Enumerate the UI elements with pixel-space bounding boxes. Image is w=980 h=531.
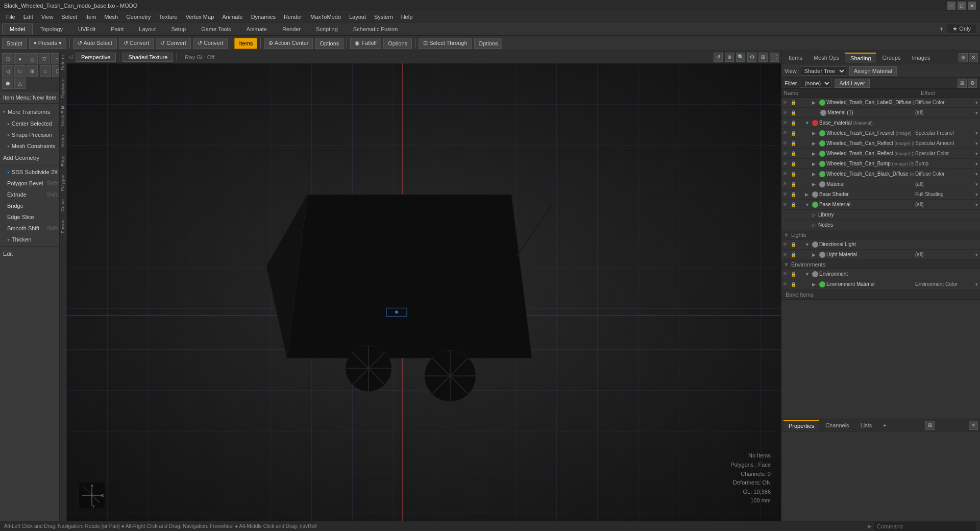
menu-system[interactable]: System: [370, 13, 397, 21]
eye-icon-8[interactable]: 👁: [782, 171, 791, 177]
shader-row-6[interactable]: 👁 🔒 ▶ Wheeled_Trash_Can_Reflect (Image) …: [781, 149, 980, 159]
menu-texture[interactable]: Texture: [155, 13, 182, 21]
menu-view[interactable]: View: [37, 13, 58, 21]
shader-row-11[interactable]: 👁 🔒 ▼ Base Material (all) ▾: [781, 200, 980, 210]
maximize-button[interactable]: □: [958, 2, 966, 10]
options-button-2[interactable]: Options: [383, 38, 412, 49]
vtab-fusion[interactable]: Fusion: [60, 215, 66, 237]
bp-tab-lists[interactable]: Lists: [855, 421, 877, 430]
filter-options-icon[interactable]: ⚙: [968, 79, 977, 88]
lock-icon-7[interactable]: 🔒: [791, 161, 798, 166]
menu-edit[interactable]: Edit: [19, 13, 37, 21]
vp-reset-icon[interactable]: ↺: [714, 53, 723, 62]
sidebar-icon-move[interactable]: ●: [14, 53, 26, 64]
tab-schematic[interactable]: Schematic Fusion: [346, 23, 405, 35]
tab-layout[interactable]: Layout: [131, 23, 163, 35]
menu-select[interactable]: Select: [57, 13, 81, 21]
shader-row-dir-light[interactable]: 👁 🔒 ▼ Directional Light: [781, 239, 980, 250]
shader-row-7[interactable]: 👁 🔒 ▶ Wheeled_Trash_Can_Bump (Image) (3)…: [781, 159, 980, 169]
vtab-edge[interactable]: Edge: [60, 152, 66, 171]
sidebar-icon-select[interactable]: ⬡: [2, 53, 13, 64]
eye-icon-em[interactable]: 👁: [782, 281, 791, 287]
command-input[interactable]: [874, 522, 976, 531]
eye-icon-7[interactable]: 👁: [782, 161, 791, 166]
vtab-curve[interactable]: Curve: [60, 195, 66, 215]
expand-icon-7[interactable]: ▶: [812, 161, 818, 166]
sds-subdivide-btn[interactable]: ● SDS Subdivide 2X: [0, 166, 66, 178]
expand-icon-5[interactable]: ▶: [812, 141, 818, 146]
action-center-button[interactable]: ⊕ Action Center: [264, 38, 313, 49]
assign-material-button[interactable]: Assign Material: [849, 66, 897, 76]
options-button-1[interactable]: Options: [315, 38, 344, 49]
tab-perspective[interactable]: Perspective: [76, 53, 116, 62]
expand-icon-11[interactable]: ▼: [805, 202, 811, 207]
only-button[interactable]: ★ Only: [947, 25, 976, 33]
expand-env[interactable]: ▼: [805, 272, 811, 277]
bake-items-row[interactable]: Bake Items: [781, 289, 980, 300]
vtab-duplicate[interactable]: Duplicate: [60, 75, 66, 102]
menu-mesh[interactable]: Mesh: [100, 13, 122, 21]
shader-row-1[interactable]: 👁 🔒 ▶ Wheeled_Trash_Can_Label2_Diffuse (…: [781, 98, 980, 108]
menu-render[interactable]: Render: [280, 13, 306, 21]
lock-icon-10[interactable]: 🔒: [791, 192, 798, 197]
vtab-polygon[interactable]: Polygon: [60, 171, 66, 196]
filter-select[interactable]: (none): [800, 79, 831, 88]
lock-icon-1[interactable]: 🔒: [791, 100, 798, 105]
menu-vertexmap[interactable]: Vertex Map: [182, 13, 218, 21]
vp-zoom-icon[interactable]: 🔍: [736, 53, 745, 62]
edge-slice-btn[interactable]: Edge Slice: [0, 211, 66, 223]
vp-settings-icon[interactable]: ⚙: [747, 53, 756, 62]
bp-expand-btn[interactable]: ⊞: [925, 421, 935, 430]
tab-model[interactable]: Model: [2, 23, 33, 35]
rp-tab-mesh-ops[interactable]: Mesh Ops: [808, 53, 844, 62]
add-tab-button[interactable]: +: [936, 25, 947, 34]
polygon-bevel-btn[interactable]: Polygon Bevel Shift·B: [0, 178, 66, 189]
sidebar-icon-scale[interactable]: ▽: [39, 53, 50, 64]
sidebar-icon-face[interactable]: □: [14, 65, 26, 77]
viewport-canvas[interactable]: Y X -Y No Items Polygons : Face Channels…: [66, 63, 781, 521]
eye-icon-6[interactable]: 👁: [782, 151, 791, 156]
expand-em[interactable]: ▶: [812, 282, 818, 287]
menu-help[interactable]: Help: [397, 13, 417, 21]
shader-row-5[interactable]: 👁 🔒 ▶ Wheeled_Trash_Can_Reflect (Image) …: [781, 138, 980, 149]
rp-tab-items[interactable]: Items: [783, 53, 807, 62]
bp-close-btn[interactable]: ✕: [969, 421, 978, 430]
rp-tab-groups[interactable]: Groups: [877, 53, 905, 62]
lock-icon-9[interactable]: 🔒: [791, 182, 798, 187]
menu-animate[interactable]: Animate: [218, 13, 247, 21]
lock-icon-3[interactable]: 🔒: [791, 120, 798, 126]
eye-icon-3[interactable]: 👁: [782, 120, 791, 126]
convert-button-2[interactable]: ↺ Convert: [156, 38, 191, 49]
add-geometry-btn[interactable]: Add Geometry: [0, 152, 66, 164]
eye-icon-2[interactable]: 👁: [782, 110, 791, 115]
menu-file[interactable]: File: [2, 13, 19, 21]
eye-icon-lm[interactable]: 👁: [782, 252, 791, 257]
eye-icon-9[interactable]: 👁: [782, 181, 791, 187]
expand-icon-4[interactable]: ▶: [812, 131, 818, 136]
menu-layout[interactable]: Layout: [345, 13, 370, 21]
extrude-btn[interactable]: Extrude Shift·X: [0, 189, 66, 200]
add-layer-button[interactable]: Add Layer: [835, 79, 869, 88]
menu-geometry[interactable]: Geometry: [122, 13, 155, 21]
close-button[interactable]: ✕: [968, 2, 976, 10]
lock-icon-2[interactable]: 🔒: [791, 110, 798, 115]
tab-game-tools[interactable]: Game Tools: [193, 23, 239, 35]
eye-icon-5[interactable]: 👁: [782, 140, 791, 146]
filter-expand-icon[interactable]: ⊞: [958, 79, 967, 88]
tab-scripting[interactable]: Scripting: [308, 23, 346, 35]
bp-tab-add[interactable]: +: [878, 421, 891, 430]
vp-center-icon[interactable]: ⊕: [725, 53, 734, 62]
falloff-button[interactable]: ◉ Falloff: [350, 38, 381, 49]
lock-icon-5[interactable]: 🔒: [791, 141, 798, 146]
vp-expand-icon[interactable]: ⊞: [758, 53, 768, 62]
shader-row-3[interactable]: 👁 🔒 ▼ Base_material (Material): [781, 118, 980, 128]
select-through-button[interactable]: ⊡ Select Through: [419, 38, 472, 49]
tab-uvedit[interactable]: UVEdit: [70, 23, 103, 35]
item-menu-dropdown[interactable]: Item Menu: New Item ▾: [0, 91, 66, 104]
shader-row-4[interactable]: 👁 🔒 ▶ Wheeled_Trash_Can_Fresnel (Image) …: [781, 128, 980, 138]
shader-row-2[interactable]: 👁 🔒 Material (1) (all) ▾: [781, 108, 980, 118]
eye-icon-env[interactable]: 👁: [782, 271, 791, 277]
menu-maxtomodo[interactable]: MaxToModo: [306, 13, 345, 21]
expand-icon-6[interactable]: ▶: [812, 151, 818, 156]
presets-button[interactable]: ▾ Presets ▾: [29, 38, 66, 49]
